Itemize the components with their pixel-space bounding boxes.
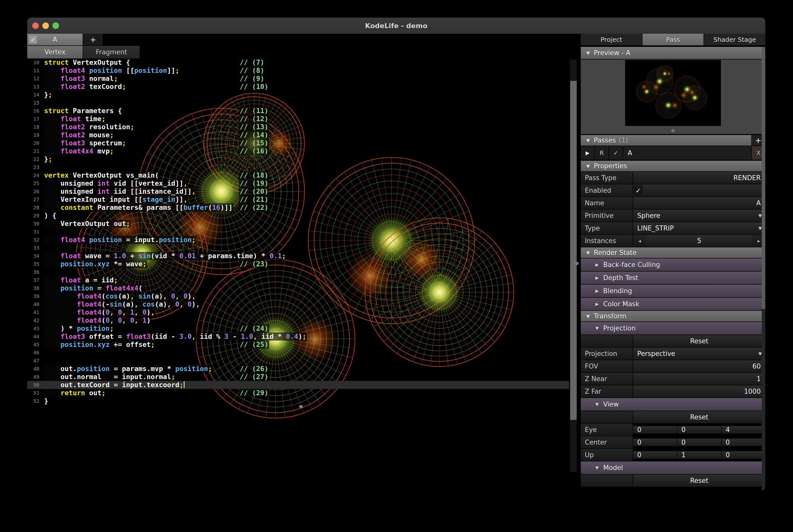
editor-scrollbar[interactable]	[570, 60, 577, 472]
code-line-27[interactable]: 27 VertexInput input [[stage_in]],// (21…	[27, 195, 569, 204]
tab-project[interactable]: Project	[581, 34, 642, 45]
vector-component[interactable]: 0	[633, 451, 677, 459]
dropdown[interactable]: LINE_STRIP▼	[633, 222, 765, 234]
pass-list-row[interactable]: ▶ R ✓ A X	[581, 146, 765, 160]
code-line-24[interactable]: 24vertex VertexOutput vs_main(// (18)	[27, 171, 569, 179]
render-toggle[interactable]: R	[595, 146, 608, 160]
code-line-49[interactable]: 49 out.normal = input.normal;// (27)	[27, 373, 569, 381]
code-line-48[interactable]: 48 out.position = params.mvp * position;…	[27, 365, 569, 373]
vector-component[interactable]: 0	[633, 439, 677, 446]
code-line-37[interactable]: 37 float a = iid;	[27, 276, 569, 284]
transform-subsection-view[interactable]: ▼View	[581, 398, 765, 411]
title-bar[interactable]: KodeLife - demo	[27, 18, 765, 34]
code-line-21[interactable]: 21 float4x4 mvp;// (16)	[27, 147, 569, 155]
checkbox[interactable]: ✓	[633, 185, 643, 196]
pass-name[interactable]: A	[623, 146, 751, 160]
divider-handle-dot[interactable]	[575, 262, 579, 265]
code-line-42[interactable]: 42 float4(0, 0, 0, 1)	[27, 316, 569, 324]
tab-pass[interactable]: Pass	[643, 34, 704, 45]
dropdown[interactable]: Sphere▼	[633, 210, 765, 222]
code-line-47[interactable]: 47	[27, 357, 569, 365]
render-state-item-depth-test[interactable]: ▶Depth Test	[581, 271, 765, 284]
transform-section-header[interactable]: ▼ Transform	[581, 311, 765, 321]
tab-pass-a[interactable]: ✓ A	[27, 34, 83, 45]
code-line-51[interactable]: 51 return out;// (29)	[27, 389, 569, 397]
code-line-46[interactable]: 46	[27, 349, 569, 357]
code-editor[interactable]: 10struct VertexOutput {// (7)11 float4 p…	[27, 58, 569, 405]
code-line-25[interactable]: 25 unsigned int vid [[vertex_id]],// (19…	[27, 179, 569, 187]
code-line-17[interactable]: 17 float time;// (12)	[27, 115, 569, 123]
transform-subsection-model[interactable]: ▼Model	[581, 461, 765, 474]
code-line-28[interactable]: 28 constant Parameters& params [[buffer(…	[27, 204, 569, 212]
dropdown[interactable]: Perspective▼	[633, 348, 765, 360]
code-line-34[interactable]: 34 float wave = 1.0 + sin(vid * 0.01 + p…	[27, 252, 569, 260]
code-line-35[interactable]: 35 position.xyz *= wave;// (23)	[27, 260, 569, 268]
vector-component[interactable]: 0	[722, 439, 765, 446]
code-line-39[interactable]: 39 float4(cos(a), sin(a), 0, 0),	[27, 292, 569, 300]
value-field[interactable]: 1000	[633, 385, 765, 398]
value-field[interactable]: A	[633, 197, 765, 209]
code-line-10[interactable]: 10struct VertexOutput {// (7)	[27, 58, 569, 66]
render-state-item-color-mask[interactable]: ▶Color Mask	[581, 298, 765, 310]
vector-component[interactable]: 1	[677, 451, 721, 459]
value-field[interactable]: 1	[633, 373, 765, 385]
preview-section-header[interactable]: ▼ Preview - A	[581, 47, 765, 59]
editor-scrollbar-thumb[interactable]	[570, 81, 577, 420]
code-line-43[interactable]: 43 ) * position;// (24)	[27, 324, 569, 332]
code-line-26[interactable]: 26 unsigned int iid [[instance_id]],// (…	[27, 187, 569, 195]
code-line-38[interactable]: 38 position = float4x4(	[27, 284, 569, 292]
properties-section-header[interactable]: ▼ Properties	[581, 161, 765, 171]
code-line-30[interactable]: 30 VertexOutput out;	[27, 220, 569, 228]
tab-fragment[interactable]: Fragment	[83, 46, 140, 58]
code-line-40[interactable]: 40 float4(-sin(a), cos(a), 0, 0),	[27, 300, 569, 308]
play-icon[interactable]: ▶	[581, 146, 594, 160]
reset-button[interactable]: Reset	[633, 335, 765, 347]
render-state-item-back-face-culling[interactable]: ▶Back-face Culling	[581, 259, 765, 271]
code-line-23[interactable]: 23	[27, 163, 569, 171]
tab-vertex[interactable]: Vertex	[27, 46, 83, 58]
code-line-16[interactable]: 16struct Parameters {// (11)	[27, 107, 569, 115]
preview-thumbnail[interactable]	[625, 60, 721, 126]
code-line-33[interactable]: 33	[27, 244, 569, 252]
code-line-12[interactable]: 12 float3 normal;// (9)	[27, 75, 569, 83]
stepper-value[interactable]: 5	[646, 237, 752, 245]
add-pass-tab-button[interactable]: +	[83, 34, 103, 45]
transform-subsection-projection[interactable]: ▼Projection	[581, 322, 765, 335]
reset-button[interactable]: Reset	[633, 475, 765, 487]
code-line-36[interactable]: 36	[27, 268, 569, 276]
tab-shader-stage[interactable]: Shader Stage	[704, 34, 765, 45]
render-state-section-header[interactable]: ▼ Render State	[581, 247, 765, 258]
code-line-19[interactable]: 19 float2 mouse;// (14)	[27, 131, 569, 139]
code-line-20[interactable]: 20 float3 spectrum;// (15)	[27, 139, 569, 147]
code-line-52[interactable]: 52}	[27, 397, 569, 405]
code-line-14[interactable]: 14};	[27, 91, 569, 99]
code-line-11[interactable]: 11 float4 position [[position]];// (8)	[27, 66, 569, 75]
code-line-31[interactable]: 31	[27, 228, 569, 236]
code-line-50[interactable]: 50 out.texCoord = input.texcoord;	[27, 381, 569, 389]
vector-component[interactable]: 0	[677, 439, 721, 446]
value-field[interactable]: 60	[633, 360, 765, 372]
passes-section-header[interactable]: ▼ Passes (1) +	[581, 135, 765, 146]
vector-component[interactable]: 0	[722, 451, 765, 459]
render-state-item-blending[interactable]: ▶Blending	[581, 285, 765, 297]
value-field[interactable]: RENDER	[633, 172, 765, 184]
panel-scrollbar-thumb[interactable]	[762, 47, 765, 309]
minimize-button[interactable]	[42, 22, 49, 29]
vector-component[interactable]: 4	[722, 426, 765, 434]
stepper-decrement[interactable]: ◂	[633, 235, 646, 247]
reset-button[interactable]: Reset	[633, 411, 765, 423]
zoom-button[interactable]	[52, 22, 59, 29]
panel-scrollbar[interactable]	[762, 47, 765, 491]
code-line-41[interactable]: 41 float4(0, 0, 1, 0),	[27, 308, 569, 316]
code-line-29[interactable]: 29) {	[27, 212, 569, 220]
pass-check-icon[interactable]: ✓	[609, 146, 623, 160]
vector-component[interactable]: 0	[677, 426, 721, 434]
code-line-15[interactable]: 15	[27, 99, 569, 107]
code-line-22[interactable]: 22};	[27, 155, 569, 163]
code-line-32[interactable]: 32 float4 position = input.position;	[27, 236, 569, 244]
code-line-13[interactable]: 13 float2 texCoord;// (10)	[27, 83, 569, 91]
code-line-44[interactable]: 44 float3 offset = float3(iid - 3.0, iid…	[27, 332, 569, 341]
code-line-18[interactable]: 18 float2 resolution;// (13)	[27, 123, 569, 131]
code-line-45[interactable]: 45 position.xyz += offset;// (25)	[27, 341, 569, 349]
close-button[interactable]	[32, 22, 39, 29]
